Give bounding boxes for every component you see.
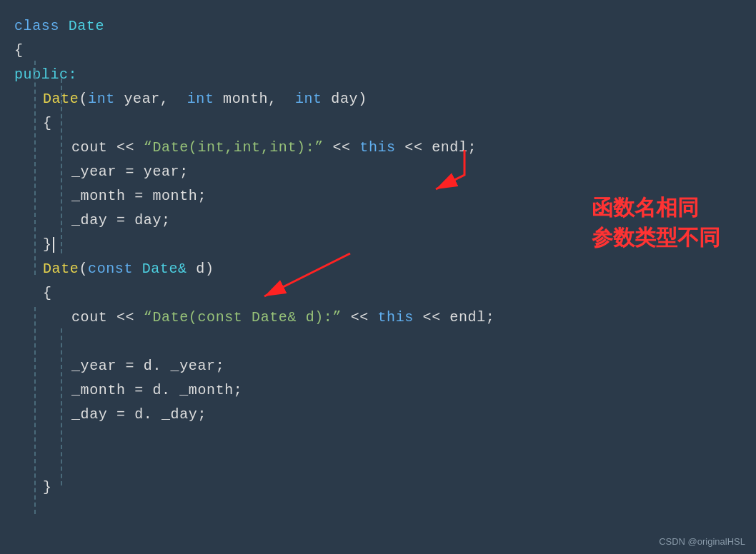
func-name-date2: Date bbox=[43, 257, 79, 281]
code-line-13: cout << “Date(const Date& d):” << this <… bbox=[71, 306, 742, 330]
code-line-16: _month = d. _month; bbox=[71, 378, 742, 403]
indent-guide-4 bbox=[61, 328, 62, 485]
code-line-6: cout << “Date(int,int,int):” << this << … bbox=[71, 136, 742, 160]
code-line-11: Date ( const Date& d) bbox=[43, 257, 742, 281]
code-line-3: public: bbox=[14, 63, 742, 87]
code-line-17: _day = d. _day; bbox=[71, 403, 742, 427]
annotation-label2: 参数类型不同 bbox=[592, 223, 720, 253]
annotation-label1: 函数名相同 bbox=[592, 193, 699, 223]
code-line-20: } bbox=[43, 475, 742, 500]
class-name: Date bbox=[69, 14, 104, 39]
code-line-4: Date ( int year, int month, int day) bbox=[43, 87, 742, 111]
code-line-12: { bbox=[43, 281, 742, 306]
cursor bbox=[53, 237, 54, 253]
code-line-1: class Date bbox=[14, 14, 742, 39]
code-line-2: { bbox=[14, 39, 742, 63]
keyword-class: class bbox=[14, 14, 59, 39]
code-container: class Date { public: Date ( int year, in… bbox=[0, 0, 756, 554]
code-line-15: _year = d. _year; bbox=[71, 354, 742, 378]
keyword-public: public: bbox=[14, 63, 77, 87]
watermark: CSDN @originalHSL bbox=[659, 536, 745, 547]
code-line-5: { bbox=[43, 111, 742, 136]
code-line-19 bbox=[7, 451, 742, 475]
indent-guide-1 bbox=[34, 61, 36, 275]
code-line-7: _year = year; bbox=[71, 160, 742, 184]
annotation-box: 函数名相同 参数类型不同 bbox=[592, 193, 720, 253]
indent-guide-3 bbox=[61, 79, 62, 253]
code-line-14 bbox=[71, 330, 742, 354]
code-line-18 bbox=[7, 427, 742, 451]
indent-guide-2 bbox=[34, 307, 36, 514]
